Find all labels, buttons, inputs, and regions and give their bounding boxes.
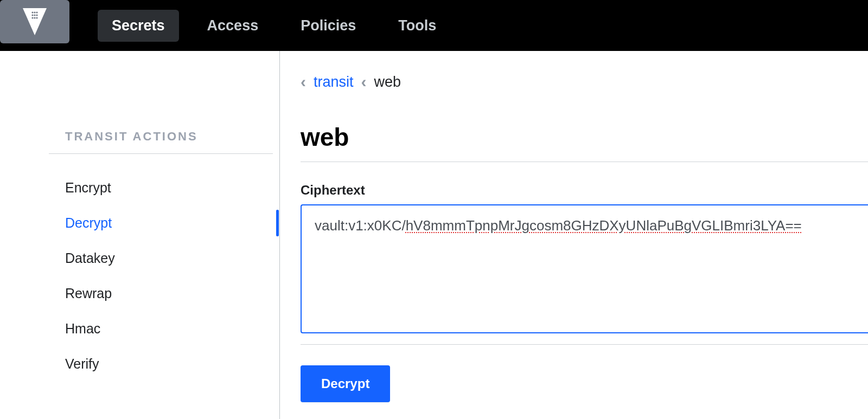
ciphertext-value-prefix: vault:v1:x0KC/ bbox=[315, 217, 406, 234]
content-area: TRANSIT ACTIONS Encrypt Decrypt Datakey … bbox=[0, 51, 868, 419]
breadcrumb-current: web bbox=[374, 74, 401, 91]
sidebar-item-encrypt[interactable]: Encrypt bbox=[65, 170, 279, 205]
sidebar-item-datakey[interactable]: Datakey bbox=[65, 241, 279, 276]
app-logo[interactable] bbox=[0, 0, 69, 43]
svg-point-2 bbox=[34, 11, 35, 13]
ciphertext-value-body: hV8mmmTpnpMrJgcosm8GHzDXyUNlaPuBgVGLIBmr… bbox=[406, 217, 802, 234]
decrypt-button[interactable]: Decrypt bbox=[301, 365, 390, 402]
ciphertext-label: Ciphertext bbox=[301, 183, 868, 198]
svg-point-8 bbox=[34, 17, 35, 18]
sidebar-item-decrypt[interactable]: Decrypt bbox=[65, 205, 279, 241]
svg-point-5 bbox=[34, 14, 35, 16]
nav-item-policies[interactable]: Policies bbox=[286, 10, 370, 42]
chevron-left-icon: ‹ bbox=[301, 73, 306, 91]
svg-point-7 bbox=[31, 17, 33, 18]
svg-point-3 bbox=[36, 11, 37, 13]
sidebar: TRANSIT ACTIONS Encrypt Decrypt Datakey … bbox=[0, 51, 280, 419]
sidebar-item-verify[interactable]: Verify bbox=[65, 346, 279, 382]
svg-point-1 bbox=[31, 11, 33, 13]
breadcrumb-link-parent[interactable]: transit bbox=[314, 74, 354, 91]
top-nav: Secrets Access Policies Tools bbox=[0, 0, 868, 51]
sidebar-item-hmac[interactable]: Hmac bbox=[65, 311, 279, 346]
sidebar-item-rewrap[interactable]: Rewrap bbox=[65, 276, 279, 311]
form-divider bbox=[301, 344, 868, 345]
ciphertext-input[interactable]: vault:v1:x0KC/hV8mmmTpnpMrJgcosm8GHzDXyU… bbox=[301, 204, 868, 333]
nav-item-tools[interactable]: Tools bbox=[384, 10, 450, 42]
nav-item-access[interactable]: Access bbox=[193, 10, 273, 42]
chevron-left-icon: ‹ bbox=[361, 73, 367, 91]
sidebar-title: TRANSIT ACTIONS bbox=[65, 130, 279, 144]
breadcrumb: ‹ transit ‹ web bbox=[301, 73, 868, 91]
svg-point-6 bbox=[36, 14, 37, 16]
sidebar-action-list: Encrypt Decrypt Datakey Rewrap Hmac Veri… bbox=[65, 170, 279, 382]
nav-item-secrets[interactable]: Secrets bbox=[98, 10, 179, 42]
main-panel: ‹ transit ‹ web web Ciphertext vault:v1:… bbox=[280, 51, 868, 419]
svg-point-9 bbox=[36, 17, 37, 18]
title-divider bbox=[301, 162, 868, 162]
vault-logo-icon bbox=[23, 8, 47, 35]
sidebar-divider bbox=[49, 153, 273, 154]
svg-point-4 bbox=[31, 14, 33, 16]
page-title: web bbox=[301, 123, 868, 152]
